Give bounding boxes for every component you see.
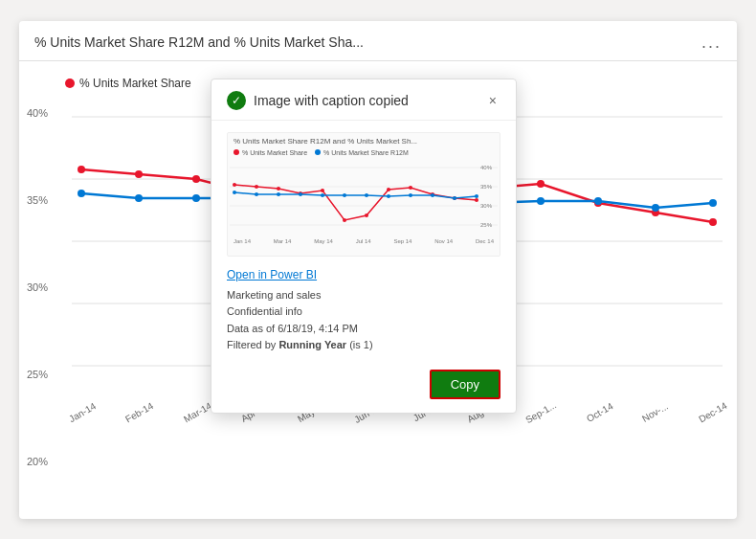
info-line-4: Filtered by Running Year (is 1): [227, 337, 500, 354]
copy-button[interactable]: Copy: [430, 370, 500, 399]
svg-point-28: [709, 199, 717, 207]
svg-point-56: [475, 194, 478, 198]
preview-legend-label-blue: % Units Market Share R12M: [323, 149, 409, 156]
svg-point-33: [233, 183, 236, 187]
preview-legend-red: % Units Market Share: [233, 149, 307, 156]
svg-text:25%: 25%: [480, 222, 493, 228]
modal-footer: Copy: [211, 362, 516, 413]
svg-point-40: [387, 188, 390, 191]
modal-title: Image with caption copied: [254, 93, 409, 108]
open-powerbi-link[interactable]: Open in Power BI: [227, 268, 500, 281]
svg-point-41: [409, 186, 412, 190]
y-label-40: 40%: [27, 107, 48, 119]
px-nov: Nov 14: [434, 238, 453, 244]
preview-legend-label-red: % Units Market Share: [242, 149, 307, 156]
y-label-30: 30%: [27, 281, 48, 293]
info-line-2: Confidential info: [227, 303, 500, 321]
y-axis-labels: 40% 35% 30% 25% 20%: [27, 107, 48, 467]
svg-point-13: [537, 180, 545, 188]
svg-point-45: [233, 191, 236, 194]
px-dec: Dec 14: [476, 238, 494, 244]
svg-point-16: [709, 218, 717, 226]
modal-close-button[interactable]: ×: [485, 91, 500, 110]
svg-point-44: [475, 198, 478, 202]
preview-x-axis: Jan 14 Mar 14 May 14 Jul 14 Sep 14 Nov 1…: [228, 238, 500, 244]
px-jul: Jul 14: [356, 238, 371, 244]
y-label-20: 20%: [27, 456, 48, 467]
modal-header-left: ✓ Image with caption copied: [227, 91, 409, 110]
svg-point-46: [255, 192, 258, 196]
svg-point-27: [652, 204, 659, 212]
more-options-button[interactable]: ...: [701, 33, 722, 53]
svg-point-55: [453, 196, 456, 200]
info-line-3: Data as of 6/18/19, 4:14 PM: [227, 321, 500, 338]
modal-info-text: Marketing and sales Confidential info Da…: [227, 287, 500, 354]
preview-dot-red: [233, 149, 239, 155]
svg-point-48: [299, 192, 302, 196]
preview-chart-svg: 40% 35% 30% 25%: [228, 158, 500, 235]
svg-text:35%: 35%: [480, 184, 493, 190]
svg-point-38: [343, 218, 346, 222]
svg-text:40%: 40%: [480, 165, 493, 170]
svg-point-47: [277, 192, 280, 196]
svg-point-19: [192, 194, 200, 202]
svg-point-52: [387, 194, 390, 198]
legend-label-red: % Units Market Share: [79, 77, 191, 90]
svg-point-50: [343, 193, 346, 197]
success-icon: ✓: [227, 91, 246, 110]
svg-point-51: [365, 193, 368, 197]
svg-point-54: [431, 193, 434, 197]
info-line-1: Marketing and sales: [227, 287, 500, 304]
svg-point-18: [135, 194, 143, 202]
svg-point-39: [365, 213, 368, 217]
window-header: % Units Market Share R12M and % Units Ma…: [19, 21, 737, 61]
svg-point-53: [409, 193, 412, 197]
svg-point-49: [321, 193, 324, 197]
y-label-35: 35%: [27, 194, 48, 206]
svg-point-37: [321, 189, 324, 192]
y-label-25: 25%: [27, 369, 48, 380]
modal-info: Open in Power BI Marketing and sales Con…: [211, 268, 516, 362]
modal-header: ✓ Image with caption copied ×: [211, 79, 516, 121]
px-mar: Mar 14: [274, 238, 292, 244]
svg-point-17: [78, 190, 85, 197]
px-may: May 14: [314, 238, 333, 244]
preview-legend-blue: % Units Market Share R12M: [315, 149, 409, 156]
window-title: % Units Market Share R12M and % Units Ma…: [34, 34, 364, 50]
preview-chart-title: % Units Market Share R12M and % Units Ma…: [228, 133, 500, 147]
svg-point-25: [537, 197, 545, 205]
legend-dot-red: [65, 79, 75, 88]
filter-bold: Running Year: [278, 339, 346, 350]
preview-dot-blue: [315, 149, 321, 155]
modal-preview: % Units Market Share R12M and % Units Ma…: [227, 132, 500, 257]
svg-point-35: [277, 187, 280, 191]
svg-point-7: [192, 175, 200, 183]
svg-point-6: [135, 170, 143, 178]
modal-dialog: ✓ Image with caption copied × % Units Ma…: [211, 79, 517, 414]
svg-point-34: [255, 185, 258, 189]
px-jan: Jan 14: [233, 238, 251, 244]
svg-point-5: [78, 166, 85, 173]
px-sep: Sep 14: [393, 238, 411, 244]
svg-point-26: [594, 197, 602, 205]
main-window: % Units Market Share R12M and % Units Ma…: [19, 21, 737, 519]
preview-legend: % Units Market Share % Units Market Shar…: [228, 147, 500, 158]
svg-text:30%: 30%: [480, 203, 493, 209]
